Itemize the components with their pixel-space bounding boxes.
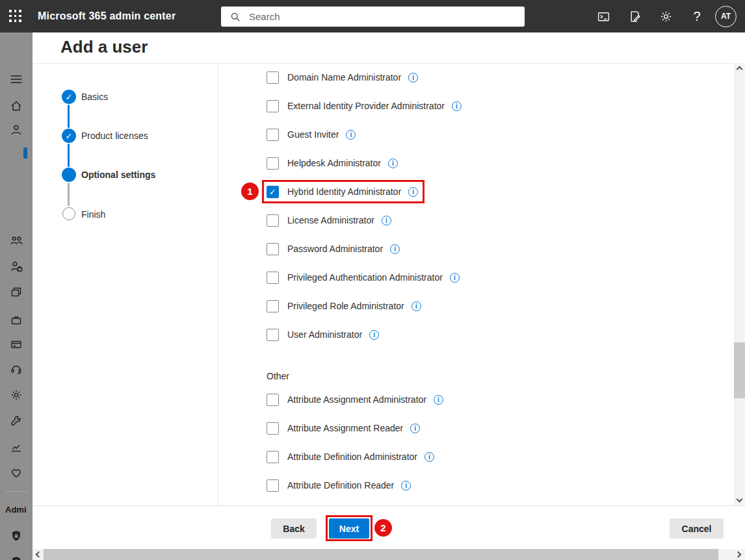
other-section-heading: Other [267,371,289,381]
info-icon[interactable] [450,273,460,283]
gear-icon[interactable] [650,0,681,32]
active-nav-indicator [23,147,27,159]
home-icon[interactable] [0,98,33,114]
vertical-scrollbar-thumb[interactable] [734,342,745,398]
info-icon[interactable] [434,395,443,405]
role-label: Password Administrator [287,244,383,254]
scroll-left-icon[interactable] [36,552,42,558]
info-icon[interactable] [425,452,434,462]
step-connector [68,183,70,206]
admin-centers-label: Admi [5,505,27,515]
role-label: Attribute Definition Reader [287,480,394,490]
checkbox[interactable] [267,394,279,406]
checkbox[interactable] [267,479,279,492]
role-row: Privileged Authentication Administrator [267,271,460,284]
role-row: Attribute Definition Administrator [267,450,434,463]
role-label: External Identity Provider Administrator [287,101,445,111]
checkbox[interactable] [267,157,279,170]
header-divider [33,63,745,64]
role-row: License Administrator [267,214,391,227]
checkbox[interactable] [267,100,279,112]
checkbox[interactable] [267,422,279,435]
app-launcher-waffle-icon[interactable] [9,10,23,23]
role-row: Attribute Assignment Administrator [267,393,443,406]
scroll-right-icon[interactable] [735,552,742,558]
info-icon[interactable] [401,481,411,490]
horizontal-scrollbar[interactable] [33,549,745,560]
role-row: Attribute Definition Reader [267,479,411,492]
checkbox[interactable] [267,186,279,198]
info-icon[interactable] [408,187,418,197]
vertical-scrollbar[interactable] [734,63,745,505]
role-row: External Identity Provider Administrator [267,99,462,112]
menu-icon[interactable] [0,71,33,87]
reports-icon[interactable] [0,439,33,455]
horizontal-scrollbar-thumb[interactable] [44,549,718,560]
info-icon[interactable] [382,216,391,225]
scroll-down-icon[interactable] [737,496,743,503]
security-icon[interactable] [0,528,33,544]
search-input[interactable]: Search [221,6,525,27]
app-title: Microsoft 365 admin center [38,0,176,32]
topbar-actions: ? AT [588,0,745,32]
billing-icon[interactable] [0,337,33,352]
account-avatar[interactable]: AT [715,6,737,27]
roles-icon[interactable] [0,259,33,274]
role-label: Attribute Assignment Administrator [287,394,426,405]
step-optional-settings-label: Optional settings [81,168,155,182]
setup-icon[interactable] [0,413,33,429]
users-icon[interactable] [0,122,33,138]
info-icon[interactable] [408,73,418,83]
back-button[interactable]: Back [271,518,317,539]
checkbox[interactable] [267,300,279,312]
step-basics-check-icon: ✓ [62,90,76,104]
role-row: Helpdesk Administrator [267,157,398,170]
checkbox[interactable] [267,272,279,284]
role-label: User Administrator [287,329,362,340]
info-icon[interactable] [452,101,462,111]
step-optional-settings-dot [62,168,76,182]
scroll-up-icon[interactable] [737,66,743,73]
info-icon[interactable] [346,130,356,140]
steps-content-divider [218,63,218,505]
checkbox[interactable] [267,243,279,255]
role-row: User Administrator [267,328,379,341]
role-row: Guest Inviter [267,128,356,141]
role-label: License Administrator [287,215,374,225]
left-nav-rail: Admi [0,32,33,560]
checkbox[interactable] [267,129,279,141]
resources-icon[interactable] [0,285,33,300]
info-icon[interactable] [410,424,420,433]
info-icon[interactable] [390,244,400,254]
compliance-icon[interactable] [0,554,33,560]
command-line-icon[interactable] [588,0,619,32]
role-label: Attribute Assignment Reader [287,423,403,433]
cancel-button[interactable]: Cancel [670,518,724,539]
role-row: Attribute Assignment Reader [267,422,420,435]
search-icon [230,12,241,22]
feedback-icon[interactable] [619,0,650,32]
teams-groups-icon[interactable] [0,233,33,248]
role-row: Privileged Role Administrator [267,299,421,312]
info-icon[interactable] [412,301,421,311]
info-icon[interactable] [369,330,379,340]
info-icon[interactable] [388,159,398,168]
settings-icon[interactable] [0,387,33,403]
role-label: Hybrid Identity Administrator [287,186,401,197]
step-finish-label: Finish [81,207,105,222]
checkbox[interactable] [267,71,279,84]
search-placeholder: Search [249,11,280,22]
support-icon[interactable] [0,361,33,377]
checkbox[interactable] [267,451,279,463]
marketplace-icon[interactable] [0,312,33,328]
step-connector [68,144,70,167]
step-product-licenses-check-icon: ✓ [62,129,76,143]
role-label: Privileged Authentication Administrator [287,272,443,283]
help-icon[interactable]: ? [681,0,712,32]
checkbox[interactable] [267,329,279,341]
nav-divider [5,491,29,492]
health-icon[interactable] [0,465,33,481]
next-button[interactable]: Next [329,518,369,539]
checkbox[interactable] [267,214,279,227]
step-product-licenses-label: Product licenses [81,129,148,143]
